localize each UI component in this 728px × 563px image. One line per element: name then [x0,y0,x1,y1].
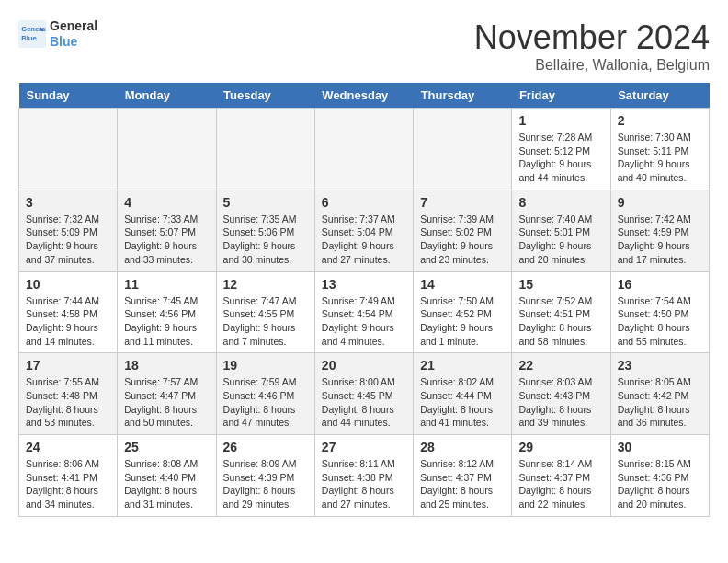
table-row: 22Sunrise: 8:03 AM Sunset: 4:43 PM Dayli… [512,353,610,435]
calendar-header-row: Sunday Monday Tuesday Wednesday Thursday… [19,83,710,109]
table-row: 5Sunrise: 7:35 AM Sunset: 5:06 PM Daylig… [216,190,314,271]
table-row: 20Sunrise: 8:00 AM Sunset: 4:45 PM Dayli… [314,353,413,435]
day-number: 1 [518,113,603,128]
month-title: November 2024 [474,18,710,57]
day-number: 4 [124,195,209,210]
day-info: Sunrise: 8:08 AM Sunset: 4:40 PM Dayligh… [124,457,209,511]
day-info: Sunrise: 7:49 AM Sunset: 4:54 PM Dayligh… [322,294,406,349]
table-row: 21Sunrise: 8:02 AM Sunset: 4:44 PM Dayli… [414,353,512,435]
table-row: 3Sunrise: 7:32 AM Sunset: 5:09 PM Daylig… [19,190,118,271]
table-row: 17Sunrise: 7:55 AM Sunset: 4:48 PM Dayli… [19,353,118,435]
day-number: 27 [322,440,406,454]
day-info: Sunrise: 8:02 AM Sunset: 4:44 PM Dayligh… [420,375,505,430]
table-row: 12Sunrise: 7:47 AM Sunset: 4:55 PM Dayli… [216,271,314,353]
day-number: 3 [26,195,110,210]
header: General Blue General Blue November 2024 … [18,18,710,74]
header-wednesday: Wednesday [314,83,413,109]
table-row [216,109,314,190]
day-number: 6 [322,195,406,210]
day-number: 23 [618,358,702,373]
day-number: 25 [124,440,209,454]
day-info: Sunrise: 7:37 AM Sunset: 5:04 PM Dayligh… [322,213,406,267]
calendar-week-row: 10Sunrise: 7:44 AM Sunset: 4:58 PM Dayli… [19,271,710,353]
day-info: Sunrise: 7:39 AM Sunset: 5:02 PM Dayligh… [420,213,505,267]
day-number: 20 [322,358,406,373]
day-number: 26 [223,440,308,454]
table-row: 8Sunrise: 7:40 AM Sunset: 5:01 PM Daylig… [512,190,610,271]
table-row: 1Sunrise: 7:28 AM Sunset: 5:12 PM Daylig… [512,109,610,190]
day-number: 19 [223,358,308,373]
day-info: Sunrise: 8:03 AM Sunset: 4:43 PM Dayligh… [518,375,603,430]
calendar-week-row: 17Sunrise: 7:55 AM Sunset: 4:48 PM Dayli… [19,353,710,435]
day-info: Sunrise: 7:33 AM Sunset: 5:07 PM Dayligh… [124,213,209,267]
calendar-week-row: 24Sunrise: 8:06 AM Sunset: 4:41 PM Dayli… [19,435,710,517]
table-row: 18Sunrise: 7:57 AM Sunset: 4:47 PM Dayli… [118,353,216,435]
day-info: Sunrise: 7:35 AM Sunset: 5:06 PM Dayligh… [223,213,308,267]
logo: General Blue General Blue [18,18,97,50]
day-info: Sunrise: 8:12 AM Sunset: 4:37 PM Dayligh… [420,457,505,511]
day-info: Sunrise: 7:54 AM Sunset: 4:50 PM Dayligh… [618,294,702,349]
day-number: 9 [618,195,702,210]
day-info: Sunrise: 7:32 AM Sunset: 5:09 PM Dayligh… [26,213,110,267]
table-row [19,109,118,190]
calendar-week-row: 3Sunrise: 7:32 AM Sunset: 5:09 PM Daylig… [19,190,710,271]
day-number: 14 [420,277,505,292]
day-info: Sunrise: 7:52 AM Sunset: 4:51 PM Dayligh… [518,294,603,349]
header-thursday: Thursday [414,83,512,109]
day-info: Sunrise: 7:45 AM Sunset: 4:56 PM Dayligh… [124,294,209,349]
table-row: 30Sunrise: 8:15 AM Sunset: 4:36 PM Dayli… [610,435,709,517]
header-friday: Friday [512,83,610,109]
day-number: 11 [124,277,209,292]
location-title: Bellaire, Wallonia, Belgium [474,57,710,74]
day-number: 24 [26,440,110,454]
day-number: 22 [518,358,603,373]
day-number: 18 [124,358,209,373]
table-row: 2Sunrise: 7:30 AM Sunset: 5:11 PM Daylig… [610,109,709,190]
day-info: Sunrise: 8:15 AM Sunset: 4:36 PM Dayligh… [618,457,702,511]
table-row: 7Sunrise: 7:39 AM Sunset: 5:02 PM Daylig… [414,190,512,271]
day-info: Sunrise: 7:42 AM Sunset: 4:59 PM Dayligh… [618,213,702,267]
day-info: Sunrise: 7:57 AM Sunset: 4:47 PM Dayligh… [124,375,209,430]
day-number: 15 [518,277,603,292]
day-info: Sunrise: 8:11 AM Sunset: 4:38 PM Dayligh… [322,457,406,511]
table-row: 15Sunrise: 7:52 AM Sunset: 4:51 PM Dayli… [512,271,610,353]
header-saturday: Saturday [610,83,709,109]
logo-text-line1: General [50,18,97,34]
header-tuesday: Tuesday [216,83,314,109]
day-number: 2 [618,113,702,128]
day-info: Sunrise: 8:00 AM Sunset: 4:45 PM Dayligh… [322,375,406,430]
day-info: Sunrise: 7:44 AM Sunset: 4:58 PM Dayligh… [26,294,110,349]
day-number: 16 [618,277,702,292]
table-row: 23Sunrise: 8:05 AM Sunset: 4:42 PM Dayli… [610,353,709,435]
table-row: 26Sunrise: 8:09 AM Sunset: 4:39 PM Dayli… [216,435,314,517]
title-area: November 2024 Bellaire, Wallonia, Belgiu… [474,18,710,74]
table-row: 14Sunrise: 7:50 AM Sunset: 4:52 PM Dayli… [414,271,512,353]
table-row: 10Sunrise: 7:44 AM Sunset: 4:58 PM Dayli… [19,271,118,353]
day-number: 28 [420,440,505,454]
day-number: 8 [518,195,603,210]
table-row: 25Sunrise: 8:08 AM Sunset: 4:40 PM Dayli… [118,435,216,517]
day-number: 30 [618,440,702,454]
day-info: Sunrise: 7:55 AM Sunset: 4:48 PM Dayligh… [26,375,110,430]
header-monday: Monday [118,83,216,109]
day-info: Sunrise: 8:06 AM Sunset: 4:41 PM Dayligh… [26,457,110,511]
day-number: 7 [420,195,505,210]
logo-icon: General Blue [18,20,46,48]
table-row: 27Sunrise: 8:11 AM Sunset: 4:38 PM Dayli… [314,435,413,517]
svg-text:Blue: Blue [21,33,36,41]
day-number: 13 [322,277,406,292]
calendar-week-row: 1Sunrise: 7:28 AM Sunset: 5:12 PM Daylig… [19,109,710,190]
day-info: Sunrise: 7:40 AM Sunset: 5:01 PM Dayligh… [518,213,603,267]
table-row: 11Sunrise: 7:45 AM Sunset: 4:56 PM Dayli… [118,271,216,353]
day-info: Sunrise: 8:09 AM Sunset: 4:39 PM Dayligh… [223,457,308,511]
day-number: 21 [420,358,505,373]
calendar-table: Sunday Monday Tuesday Wednesday Thursday… [18,83,710,517]
table-row: 29Sunrise: 8:14 AM Sunset: 4:37 PM Dayli… [512,435,610,517]
table-row: 6Sunrise: 7:37 AM Sunset: 5:04 PM Daylig… [314,190,413,271]
table-row: 16Sunrise: 7:54 AM Sunset: 4:50 PM Dayli… [610,271,709,353]
table-row [414,109,512,190]
day-info: Sunrise: 8:05 AM Sunset: 4:42 PM Dayligh… [618,375,702,430]
table-row [314,109,413,190]
svg-text:General: General [21,24,46,32]
logo-text-line2: Blue [50,34,97,50]
